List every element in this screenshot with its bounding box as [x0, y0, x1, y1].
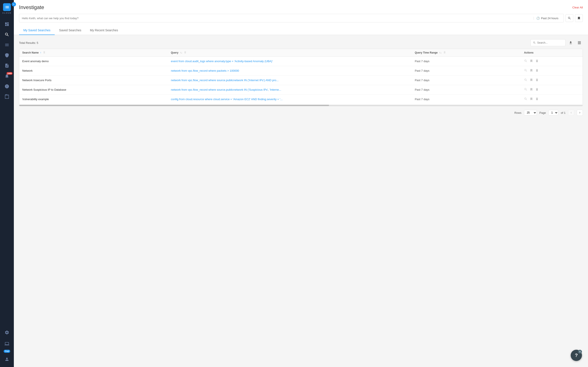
main-content: Investigate Clear All 🕐 Past 24 hours My…	[14, 0, 588, 367]
cell-query-3[interactable]: network from vpc.flow_record where sourc…	[168, 85, 412, 95]
page-header: Investigate Clear All 🕐 Past 24 hours My…	[14, 0, 588, 35]
search-icon	[5, 32, 9, 37]
row-search-button-4[interactable]	[524, 97, 527, 101]
tab-my-recent-searches[interactable]: My Recent Searches	[86, 26, 122, 35]
sidebar-item-settings[interactable]	[4, 327, 10, 338]
alerts-badge: 1889	[7, 72, 13, 75]
col-drag-query[interactable]: ⠿	[184, 51, 186, 54]
col-header-query[interactable]: Query ↑↓ ⠿	[168, 49, 412, 57]
page-title: Investigate	[19, 4, 44, 10]
rows-per-page-select[interactable]: 25 50 100	[524, 110, 537, 116]
col-header-time-range[interactable]: Query Time Range ↑↓ ⠿	[412, 49, 521, 57]
cell-time-4: Past 7 days	[412, 95, 521, 104]
sidebar-item-monitor[interactable]	[4, 339, 10, 349]
search-bar-area: 🕐 Past 24 hours	[19, 14, 583, 22]
sidebar-bottom: Trial	[4, 327, 10, 367]
cell-name-4: Vulnerability example	[19, 95, 168, 104]
monitor-icon	[5, 341, 9, 346]
prev-page-button[interactable]	[568, 110, 574, 116]
row-search-button-2[interactable]	[524, 78, 527, 82]
sidebar-logo: CLOUD	[0, 0, 14, 17]
sidebar-item-list[interactable]	[0, 40, 14, 50]
of-label: of 1	[561, 111, 565, 114]
sidebar-nav: 1889	[0, 17, 14, 327]
sidebar-expand-button[interactable]	[12, 2, 16, 7]
scrollbar-thumb[interactable]	[19, 105, 329, 106]
cell-actions-3	[521, 85, 583, 95]
tab-my-saved-searches[interactable]: My Saved Searches	[19, 26, 55, 35]
row-delete-button-1[interactable]	[535, 69, 539, 73]
cell-name-3: Network Suspicious IP to Database	[19, 85, 168, 95]
cell-actions-4	[521, 95, 583, 104]
user-icon	[5, 357, 9, 362]
row-search-button-1[interactable]	[524, 69, 527, 73]
cell-query-0[interactable]: event from cloud.audit_logs where anomal…	[168, 57, 412, 66]
cell-query-4[interactable]: config from cloud.resource where cloud.s…	[168, 95, 412, 104]
gear-icon	[5, 330, 9, 335]
clock-icon: 🕐	[536, 17, 540, 20]
sidebar-item-error[interactable]	[0, 81, 14, 92]
row-save-button-4[interactable]	[530, 97, 533, 101]
sidebar-item-shield[interactable]	[0, 50, 14, 60]
download-button[interactable]	[567, 39, 574, 46]
pagination-controls: Rows 25 50 100 Page 1 of 1	[19, 110, 583, 116]
time-range-label: Past 24 hours	[541, 17, 558, 20]
table-search-input[interactable]	[537, 41, 563, 44]
row-delete-button-2[interactable]	[535, 78, 539, 82]
col-header-name[interactable]: Search Name ↑ ⠿	[19, 49, 168, 57]
sidebar-logo-text: CLOUD	[2, 12, 11, 14]
sort-neutral-icon: ↑↓	[180, 51, 182, 54]
sort-asc-icon: ↑	[40, 51, 41, 54]
chevron-left-icon	[570, 111, 573, 114]
cell-query-1[interactable]: network from vpc.flow_record where packe…	[168, 66, 412, 75]
row-search-button-0[interactable]	[524, 59, 527, 63]
col-header-actions: Actions	[521, 49, 583, 57]
next-page-button[interactable]	[577, 110, 583, 116]
cell-name-2: Network Insecure Ports	[19, 75, 168, 85]
cell-time-1: Past 7 days	[412, 66, 521, 75]
table-search-bar[interactable]	[530, 39, 565, 46]
row-save-button-2[interactable]	[530, 78, 533, 82]
table-header-row: Search Name ↑ ⠿ Query ↑↓ ⠿	[19, 49, 583, 57]
search-button[interactable]	[565, 14, 573, 22]
row-save-button-1[interactable]	[530, 69, 533, 73]
main-search-bar[interactable]: 🕐 Past 24 hours	[19, 14, 564, 22]
row-delete-button-4[interactable]	[535, 97, 539, 101]
save-search-button[interactable]	[575, 14, 583, 22]
sort-neutral-icon2: ↑↓	[439, 51, 442, 54]
horizontal-scrollbar[interactable]	[19, 105, 583, 106]
table-toolbar: Total Results: 5	[19, 39, 583, 46]
list-icon	[5, 42, 9, 47]
cell-name-1: Network	[19, 66, 168, 75]
tab-saved-searches[interactable]: Saved Searches	[55, 26, 86, 35]
page-number-select[interactable]: 1	[548, 110, 558, 116]
row-save-button-3[interactable]	[530, 88, 533, 92]
search-input[interactable]	[22, 17, 534, 20]
table-actions	[530, 39, 583, 46]
columns-button[interactable]	[576, 39, 583, 46]
columns-icon	[577, 41, 581, 45]
row-search-button-3[interactable]	[524, 88, 527, 92]
sidebar-item-user[interactable]	[4, 354, 10, 364]
clear-all-button[interactable]: Clear All	[572, 6, 583, 9]
col-drag-name[interactable]: ⠿	[43, 51, 45, 54]
sidebar-item-search[interactable]	[0, 29, 14, 40]
cell-query-2[interactable]: network from vpc.flow_record where sourc…	[168, 75, 412, 85]
row-delete-button-0[interactable]	[535, 59, 539, 63]
row-delete-button-3[interactable]	[535, 88, 539, 92]
col-drag-time[interactable]: ⠿	[444, 51, 446, 54]
logo-icon	[3, 3, 11, 11]
sidebar: CLOUD 1889	[0, 0, 14, 367]
sidebar-item-alerts[interactable]: 1889	[0, 71, 14, 81]
cell-name-0: Event anomaly demo	[19, 57, 168, 66]
time-range-selector[interactable]: 🕐 Past 24 hours	[534, 17, 561, 20]
reports-icon	[5, 63, 9, 68]
content-area: Total Results: 5	[14, 35, 588, 367]
help-button[interactable]: 6 ?	[571, 350, 582, 361]
row-save-button-0[interactable]	[530, 59, 533, 63]
sidebar-item-dashboard[interactable]	[0, 19, 14, 29]
table-row: Network Suspicious IP to Database networ…	[19, 85, 583, 95]
cell-time-2: Past 7 days	[412, 75, 521, 85]
sidebar-item-book[interactable]	[0, 92, 14, 102]
sidebar-item-reports[interactable]	[0, 60, 14, 71]
